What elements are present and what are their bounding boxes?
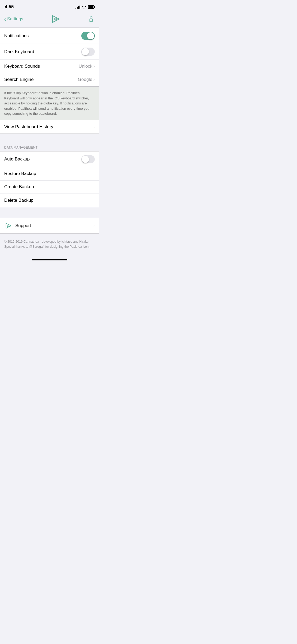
share-icon[interactable] — [87, 15, 95, 23]
info-text: If the "Skip Keyboard" option is enabled… — [4, 91, 89, 116]
home-indicator-bar — [32, 259, 67, 260]
data-management-title: DATA MANAGEMENT — [4, 146, 37, 149]
keyboard-sounds-value: Unlock › — [79, 64, 95, 69]
toggle-knob — [82, 156, 89, 163]
create-backup-row[interactable]: Create Backup — [0, 181, 99, 194]
data-management-section: Auto Backup Restore Backup Create Backup… — [0, 151, 99, 207]
pasteboard-section: View Pasteboard History › — [0, 120, 99, 134]
support-row[interactable]: Support › — [0, 218, 99, 234]
footer: © 2015-2019 Cannathea - developed by ich… — [0, 234, 99, 257]
toggle-knob — [82, 48, 89, 55]
restore-backup-label: Restore Backup — [4, 171, 36, 176]
chevron-icon: › — [93, 125, 95, 129]
keyboard-sounds-label: Keyboard Sounds — [4, 64, 40, 69]
support-label: Support — [15, 223, 31, 228]
search-engine-label: Search Engine — [4, 77, 34, 82]
dark-keyboard-label: Dark Keyboard — [4, 49, 34, 54]
data-management-header: DATA MANAGEMENT — [0, 143, 99, 151]
footer-text: © 2015-2019 Cannathea - developed by ich… — [4, 240, 89, 249]
search-engine-row[interactable]: Search Engine Google › — [0, 73, 99, 86]
nav-bar: ‹ Settings — [0, 12, 99, 28]
pasteboard-history-row[interactable]: View Pasteboard History › — [0, 120, 99, 134]
notifications-label: Notifications — [4, 33, 29, 39]
status-icons — [76, 5, 94, 9]
search-engine-value: Google › — [78, 77, 95, 82]
delete-backup-label: Delete Backup — [4, 198, 34, 203]
auto-backup-row[interactable]: Auto Backup — [0, 151, 99, 167]
keyboard-sounds-row[interactable]: Keyboard Sounds Unlock › — [0, 60, 99, 73]
app-logo-icon — [50, 14, 61, 24]
svg-point-6 — [8, 225, 9, 226]
auto-backup-toggle[interactable] — [81, 155, 95, 163]
create-backup-label: Create Backup — [4, 184, 34, 190]
back-chevron-icon: ‹ — [4, 16, 6, 22]
auto-backup-label: Auto Backup — [4, 157, 30, 162]
chevron-icon: › — [93, 64, 95, 69]
svg-point-2 — [55, 19, 56, 20]
status-bar: 4:55 — [0, 0, 99, 12]
status-time: 4:55 — [5, 4, 14, 10]
support-logo-icon — [4, 222, 12, 230]
home-indicator — [0, 257, 99, 262]
chevron-icon: › — [93, 223, 95, 228]
back-button[interactable]: ‹ Settings — [4, 16, 23, 22]
back-label: Settings — [7, 16, 23, 22]
delete-backup-row[interactable]: Delete Backup — [0, 194, 99, 207]
wifi-icon — [82, 5, 86, 8]
restore-backup-row[interactable]: Restore Backup — [0, 167, 99, 181]
toggle-knob — [87, 32, 94, 39]
pasteboard-history-label: View Pasteboard History — [4, 124, 53, 130]
main-settings-section: Notifications Dark Keyboard Keyboard Sou… — [0, 28, 99, 86]
notifications-row[interactable]: Notifications — [0, 28, 99, 44]
battery-icon — [88, 5, 94, 9]
info-box: If the "Skip Keyboard" option is enabled… — [0, 86, 99, 120]
dark-keyboard-toggle[interactable] — [81, 48, 95, 56]
section-gap-1 — [0, 134, 99, 143]
section-gap-2 — [0, 207, 99, 218]
notifications-toggle[interactable] — [81, 32, 95, 40]
chevron-icon: › — [93, 77, 95, 82]
dark-keyboard-row[interactable]: Dark Keyboard — [0, 44, 99, 60]
support-left: Support — [4, 222, 31, 230]
signal-bars-icon — [76, 5, 80, 9]
